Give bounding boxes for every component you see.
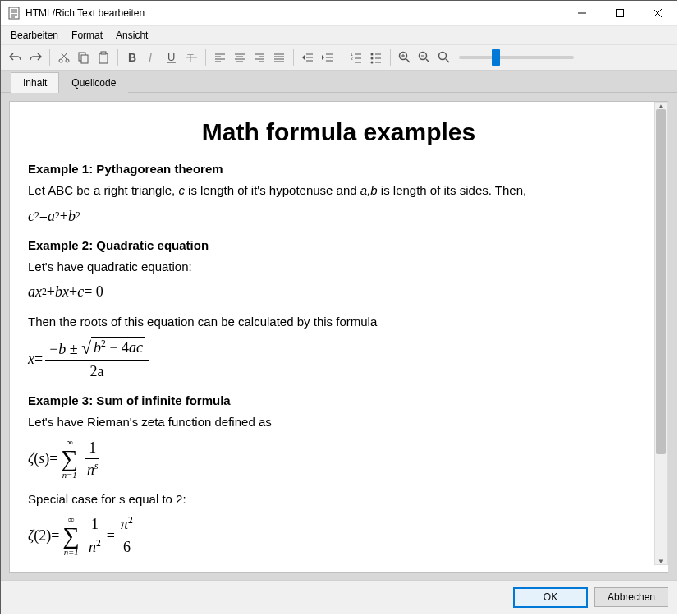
svg-text:I: I [149,51,152,64]
formula-quadratic: ax2 + bx + c = 0 [28,282,649,301]
svg-point-52 [371,62,374,64]
svg-text:B: B [128,51,136,64]
ordered-list-icon[interactable]: 12 [346,48,366,67]
svg-rect-6 [617,10,624,17]
svg-rect-14 [81,55,88,63]
separator [117,49,118,66]
dialog-footer: OK Abbrechen [1,580,677,614]
zoom-icon[interactable] [434,48,454,67]
minimize-button[interactable] [563,1,601,25]
tabstrip: Inhalt Quellcode [1,71,677,93]
outdent-icon[interactable] [298,48,318,67]
window-title: HTML/Rich Text bearbeiten [25,7,563,19]
separator [342,49,342,66]
scroll-up-icon[interactable]: ▲ [655,103,667,109]
align-left-icon[interactable] [210,48,230,67]
align-justify-icon[interactable] [269,48,289,67]
svg-text:2: 2 [351,56,353,61]
ex1-text: Let ABC be a right triangle, c is length… [28,182,649,199]
document[interactable]: Math formula examples Example 1: Pythago… [9,101,668,573]
ex2-text: Let's have quadratic equation: [28,259,649,275]
svg-rect-16 [101,52,106,54]
tab-content[interactable]: Inhalt [11,72,59,93]
underline-icon[interactable]: U [162,48,181,67]
svg-rect-15 [99,53,108,63]
zoom-out-icon[interactable] [415,48,434,67]
unordered-list-icon[interactable] [366,48,386,67]
ex3-text: Let's have Rieman's zeta function define… [28,414,649,430]
bold-icon[interactable]: B [122,48,142,67]
formula-pythagoras: c2 = a2 + b2 [28,206,649,226]
slider-thumb[interactable] [492,49,500,66]
cut-icon[interactable] [54,48,74,67]
paste-icon[interactable] [94,48,113,67]
svg-point-9 [59,59,62,62]
svg-point-63 [439,53,447,60]
menu-view[interactable]: Ansicht [109,28,154,43]
svg-text:U: U [167,51,175,63]
formula-zeta: ζ(s) = ∞∑n=1 1ns [28,438,649,480]
content-area: Math formula examples Example 1: Pythago… [1,93,677,580]
app-icon [7,7,21,20]
svg-point-50 [371,53,374,56]
titlebar: HTML/Rich Text bearbeiten [1,1,677,26]
svg-point-10 [66,59,69,62]
undo-icon[interactable] [6,48,25,67]
ex2-text2: Then the roots of this equation can be c… [28,314,649,330]
close-button[interactable] [639,1,677,25]
ex3-text2: Special case for s equal to 2: [28,491,649,508]
redo-icon[interactable] [25,48,45,67]
svg-line-61 [426,59,429,62]
copy-icon[interactable] [74,48,94,67]
separator [205,49,206,66]
maximize-button[interactable] [601,1,639,25]
doc-title: Math formula examples [28,118,649,146]
cancel-button[interactable]: Abbrechen [594,587,668,607]
formula-quadratic-roots: x = −b ± √b2 − 4ac 2a [28,337,649,381]
vertical-scrollbar[interactable]: ▲ ▼ [654,102,668,565]
menu-format[interactable]: Format [65,28,109,43]
zoom-slider[interactable] [459,56,574,59]
scroll-down-icon[interactable]: ▼ [655,558,667,564]
ok-button[interactable]: OK [513,587,588,608]
svg-point-51 [371,57,374,60]
menubar: Bearbeiten Format Ansicht [1,26,677,45]
separator [390,49,391,66]
doc-body: Example 1: Pythagorean theorem Let ABC b… [28,161,649,557]
italic-icon[interactable]: I [142,48,162,67]
separator [293,49,294,66]
editor-window: HTML/Rich Text bearbeiten Bearbeiten For… [0,0,677,614]
indent-icon[interactable] [318,48,337,67]
svg-line-64 [446,59,449,62]
ex1-heading: Example 1: Pythagorean theorem [28,162,223,176]
strike-icon[interactable]: T [181,48,201,67]
ex3-heading: Example 3: Sum of infinite formula [28,393,231,407]
align-center-icon[interactable] [230,48,250,67]
align-right-icon[interactable] [250,48,269,67]
toolbar: B I U T 12 [1,45,677,71]
formula-zeta2: ζ(2) = ∞∑n=1 1n2 = π26 [28,514,649,557]
separator [49,49,50,66]
menu-edit[interactable]: Bearbeiten [4,28,65,43]
scroll-thumb[interactable] [656,109,666,454]
svg-line-12 [61,53,67,59]
svg-line-57 [406,59,410,62]
zoom-in-icon[interactable] [395,48,415,67]
tab-source[interactable]: Quellcode [59,72,128,93]
ex2-heading: Example 2: Quadratic equation [28,238,209,252]
svg-line-11 [62,53,67,59]
